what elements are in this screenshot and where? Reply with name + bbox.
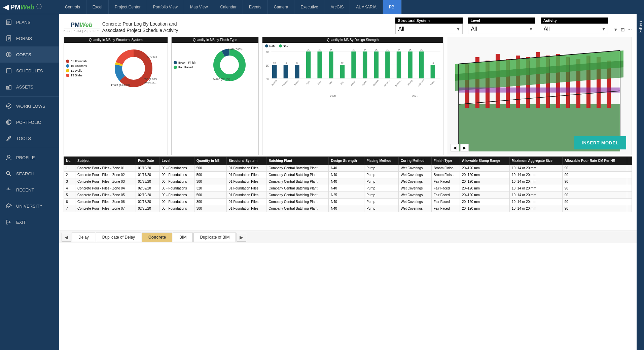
legend-item-foundations: 01 Foundati... [66, 60, 100, 63]
sidebar-item-exit[interactable]: EXIT [0, 214, 59, 230]
svg-text:October: October [372, 79, 379, 87]
table-row[interactable]: 3 Concrete Pour - Piles - Zone 03 01/25/… [64, 178, 632, 185]
svg-text:2K: 2K [330, 48, 332, 51]
nav-portfolio-view[interactable]: Portfolio View [147, 0, 184, 14]
table-row[interactable]: 1 Concrete Pour - Piles - Zone 01 01/10/… [64, 165, 632, 172]
sidebar-item-assets[interactable]: ASSETS [0, 79, 59, 95]
svg-text:17225 (64.07%): 17225 (64.07%) [111, 83, 130, 86]
structural-system-dropdown[interactable]: All ▾ [395, 24, 463, 34]
nav-arcgis[interactable]: ArcGIS [324, 0, 350, 14]
cell-qty: 300 [194, 205, 226, 212]
table-row[interactable]: 2 Concrete Pour - Piles - Zone 02 01/17/… [64, 172, 632, 178]
nav-pbi[interactable]: PBI [383, 0, 402, 14]
nav-map-view[interactable]: Map View [184, 0, 214, 14]
tab-duplicate-delay[interactable]: Duplicate of Delay [96, 233, 141, 242]
tab-bim[interactable]: BIM [173, 233, 193, 242]
nav-alakaria[interactable]: AL AKARIA [350, 0, 383, 14]
insert-model-button[interactable]: INSERT MODEL [574, 136, 626, 149]
cell-placing: Pump [364, 192, 399, 199]
cell-no: 4 [64, 185, 75, 192]
sidebar-recent-label: RECENT [16, 187, 34, 193]
tab-next-arrow[interactable]: ▶ [237, 233, 246, 242]
legend-dot-foundations [66, 60, 69, 63]
cell-curing: Wet Coverings [398, 205, 431, 212]
tab-prev-arrow[interactable]: ◀ [62, 233, 71, 242]
sidebar-item-workflows[interactable]: WORKFLOWS [0, 98, 59, 114]
cell-pour-date: 01/25/20 [136, 178, 160, 185]
model-next-arrow[interactable]: ▶ [460, 144, 469, 151]
svg-text:January: January [406, 79, 413, 87]
table-row[interactable]: 5 Concrete Pour - Piles - Zone 05 02/10/… [64, 192, 632, 199]
sidebar-item-portfolio[interactable]: PORTFOLIO [0, 114, 59, 130]
svg-text:2125 (7.9%): 2125 (7.9%) [228, 47, 243, 50]
sidebar-exit-label: EXIT [16, 220, 26, 225]
legend-label-broom: Broom Finish [178, 61, 196, 64]
model-prev-arrow[interactable]: ◀ [451, 144, 459, 151]
chart1-legend: 01 Foundati... 10 Columns 11 Walls [66, 45, 100, 92]
sidebar-item-costs[interactable]: $ COSTS [0, 46, 59, 63]
sidebar-schedules-label: SCHEDULES [16, 68, 43, 73]
cell-slump: 20–120 mm [460, 178, 509, 185]
sidebar-item-search[interactable]: SEARCH [0, 166, 59, 182]
nav-excel[interactable]: Excel [86, 0, 109, 14]
sidebar-item-recent[interactable]: RECENT [0, 182, 59, 198]
nav-camera[interactable]: Camera [268, 0, 295, 14]
chart3-legend: N25 N40 [265, 44, 440, 47]
cell-level: 00 - Foundations [159, 165, 194, 172]
filter-icon[interactable]: ▼ [613, 27, 618, 32]
svg-rect-58 [340, 65, 345, 78]
cell-rate: 90 [562, 205, 627, 212]
svg-text:Septe...: Septe... [361, 79, 368, 87]
svg-text:March: March [430, 79, 435, 86]
assets-icon [5, 83, 12, 90]
sidebar-item-tools[interactable]: TOOLS [0, 130, 59, 146]
cell-finish: Fair Faced [431, 192, 460, 199]
chart1-donut-area: 4070 (15.14%) 5040 (18...) 17225 (64.07%… [102, 45, 166, 92]
nav-events[interactable]: Events [243, 0, 268, 14]
svg-text:$: $ [8, 53, 10, 57]
cell-slump: 20–120 mm [460, 165, 509, 172]
svg-text:1K: 1K [296, 62, 298, 65]
nav-executive[interactable]: Executive [294, 0, 324, 14]
expand-icon[interactable]: ⊡ [621, 27, 625, 32]
sidebar-item-forms[interactable]: FORMS [0, 30, 59, 46]
cell-placing: Pump [364, 185, 399, 192]
recent-icon [5, 186, 12, 193]
sidebar-item-schedules[interactable]: SCHEDULES [0, 63, 59, 79]
legend-item-broom: Broom Finish [174, 61, 201, 64]
cell-empty [627, 205, 632, 212]
sidebar-item-plans[interactable]: PLANS [0, 14, 59, 30]
sidebar-item-university[interactable]: UNIVERSITY [0, 198, 59, 214]
activity-dropdown[interactable]: All ▾ [541, 24, 608, 34]
nav-controls[interactable]: Controls [59, 0, 86, 14]
table-row[interactable]: 7 Concrete Pour - Piles - Zone 07 02/26/… [64, 205, 632, 212]
cell-rate: 90 [562, 199, 627, 205]
cell-no: 6 [64, 199, 75, 205]
svg-rect-48 [284, 65, 288, 78]
level-dropdown[interactable]: All ▾ [468, 24, 535, 34]
nav-calendar[interactable]: Calendar [214, 0, 243, 14]
sidebar-item-profile[interactable]: PROFILE [0, 149, 59, 166]
filter-panel[interactable]: Filters [637, 14, 644, 350]
more-icon[interactable]: ··· [628, 27, 632, 33]
legend-label-walls: 11 Walls [71, 69, 82, 72]
info-icon[interactable]: ⓘ [36, 3, 42, 10]
legend-dot-columns [66, 64, 69, 68]
tab-concrete[interactable]: Concrete [142, 233, 172, 242]
tab-duplicate-bim[interactable]: Duplicate of BIM [193, 233, 236, 242]
tab-delay[interactable]: Delay [72, 233, 95, 242]
costs-icon: $ [5, 51, 12, 58]
svg-text:May: May [317, 80, 321, 85]
svg-text:1K: 1K [341, 62, 344, 65]
nav-project-center[interactable]: Project Center [109, 0, 147, 14]
col-design: Design Strength [329, 157, 364, 165]
svg-rect-111 [459, 88, 620, 93]
level-label: Level [468, 18, 535, 24]
cell-no: 7 [64, 205, 75, 212]
svg-text:1K: 1K [432, 62, 434, 65]
table-row[interactable]: 6 Concrete Pour - Piles - Zone 06 02/18/… [64, 199, 632, 205]
cell-agg: 10, 14 or 20 mm [509, 185, 562, 192]
table-row[interactable]: 4 Concrete Pour - Piles - Zone 04 02/02/… [64, 185, 632, 192]
cell-empty [627, 165, 632, 172]
col-placing: Placing Method [364, 157, 399, 165]
